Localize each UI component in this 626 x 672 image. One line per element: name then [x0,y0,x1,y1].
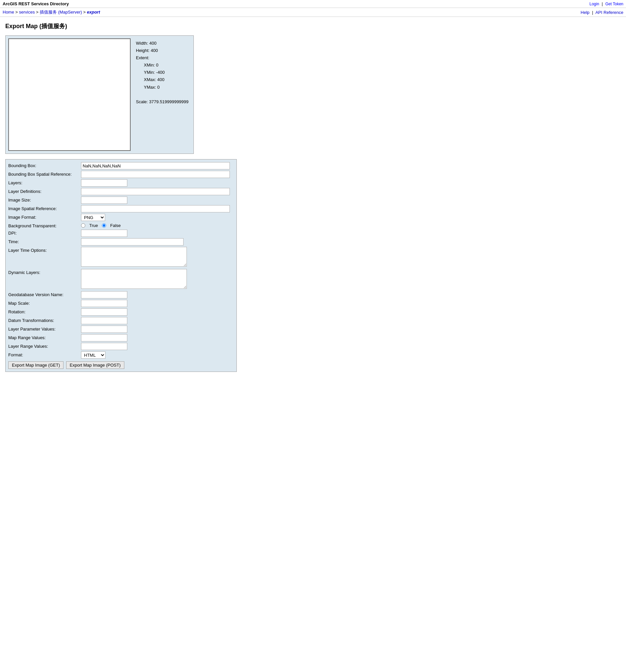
layers-input[interactable] [81,179,127,187]
map-preview-section: Width: 400 Height: 400 Extent: XMin: 0 Y… [5,35,194,154]
form-section: Bounding Box: Bounding Box Spatial Refer… [5,159,237,372]
export-post-button[interactable]: Export Map Image (POST) [66,361,124,369]
bounding-box-input[interactable] [81,162,230,169]
layers-control [81,179,234,187]
image-format-control: PNG JPG GIF BMP PDF PNG8 PNG24 PNG32 SVG [81,214,234,221]
bg-true-label[interactable]: True [89,223,98,228]
layer-param-values-control [81,326,234,333]
top-bar: ArcGIS REST Services Directory Login | G… [0,0,626,8]
rotation-control [81,308,234,316]
dynamic-layers-control [81,269,234,290]
breadcrumb-sep3: > [83,9,87,15]
dpi-input[interactable] [81,230,127,237]
image-format-select[interactable]: PNG JPG GIF BMP PDF PNG8 PNG24 PNG32 SVG [81,214,105,221]
map-range-values-control [81,334,234,341]
map-scale-row: Map Scale: [8,300,234,307]
geodatabase-version-label: Geodatabase Version Name: [8,291,81,297]
image-format-row: Image Format: PNG JPG GIF BMP PDF PNG8 P… [8,214,234,221]
top-bar-links: Login | Get Token [590,1,624,6]
dpi-label: DPI: [8,230,81,236]
bounding-box-row: Bounding Box: [8,162,234,169]
bb-spatial-ref-input[interactable] [81,171,230,178]
bb-spatial-ref-row: Bounding Box Spatial Reference: [8,171,234,178]
map-ymin: YMin: -400 [136,69,189,76]
format-label: Format: [8,352,81,357]
map-scale-label: Map Scale: [8,300,81,306]
help-links: Help | API Reference [581,10,623,15]
format-select[interactable]: HTML JSON PJSON [81,352,105,359]
layer-param-values-input[interactable] [81,326,127,333]
time-control [81,238,234,245]
layer-time-options-textarea[interactable] [81,247,187,267]
breadcrumb-sep1: > [15,9,18,15]
breadcrumb-home[interactable]: Home [3,9,14,15]
dpi-control [81,230,234,237]
time-row: Time: [8,238,234,245]
map-scale-control [81,300,234,307]
time-input[interactable] [81,238,183,245]
layers-label: Layers: [8,179,81,185]
geodatabase-version-row: Geodatabase Version Name: [8,291,234,298]
rotation-input[interactable] [81,308,127,316]
image-size-row: Image Size: [8,196,234,204]
breadcrumb-current[interactable]: export [87,9,100,15]
time-label: Time: [8,238,81,244]
breadcrumb-services[interactable]: services [19,9,35,15]
layer-param-values-label: Layer Parameter Values: [8,326,81,332]
breadcrumb: Home > services > 插值服务 (MapServer) > exp… [3,9,100,15]
dynamic-layers-textarea[interactable] [81,269,187,289]
map-scale: Scale: 3779.519999999999 [136,98,189,105]
map-range-values-label: Map Range Values: [8,334,81,340]
image-spatial-ref-row: Image Spatial Reference: [8,205,234,212]
layer-param-values-row: Layer Parameter Values: [8,326,234,333]
image-spatial-ref-label: Image Spatial Reference: [8,205,81,211]
layers-row: Layers: [8,179,234,187]
layer-time-options-control [81,247,234,268]
map-xmax: XMax: 400 [136,76,189,83]
layer-time-options-row: Layer Time Options: [8,247,234,268]
layer-range-values-input[interactable] [81,343,127,350]
bounding-box-control [81,162,234,169]
datum-transformations-label: Datum Transformations: [8,317,81,323]
layer-range-values-row: Layer Range Values: [8,343,234,350]
bg-true-radio[interactable] [81,223,85,227]
bg-false-label[interactable]: False [110,223,121,228]
layer-range-values-label: Layer Range Values: [8,343,81,349]
map-xmin: XMin: 0 [136,62,189,69]
map-info: Width: 400 Height: 400 Extent: XMin: 0 Y… [133,36,191,153]
api-reference-link[interactable]: API Reference [595,10,623,15]
bounding-box-label: Bounding Box: [8,162,81,168]
image-size-input[interactable] [81,196,127,204]
image-format-label: Image Format: [8,214,81,220]
map-height: Height: 400 [136,47,189,54]
layer-defs-row: Layer Definitions: [8,188,234,195]
map-canvas [8,39,131,151]
format-row: Format: HTML JSON PJSON [8,352,234,359]
geodatabase-version-input[interactable] [81,291,127,298]
geodatabase-version-control [81,291,234,298]
map-extent-label: Extent: [136,54,189,62]
image-spatial-ref-input[interactable] [81,205,230,212]
map-range-values-row: Map Range Values: [8,334,234,341]
datum-transformations-control [81,317,234,324]
map-range-values-input[interactable] [81,334,127,341]
help-link[interactable]: Help [581,10,590,15]
export-get-button[interactable]: Export Map Image (GET) [8,361,64,369]
layer-range-values-control [81,343,234,350]
form-buttons: Export Map Image (GET) Export Map Image … [8,361,234,369]
separator: | [602,1,603,6]
datum-transformations-input[interactable] [81,317,127,324]
login-link[interactable]: Login [590,2,599,6]
layer-defs-input[interactable] [81,188,230,195]
datum-transformations-row: Datum Transformations: [8,317,234,324]
get-token-link[interactable]: Get Token [605,2,623,6]
help-separator: | [592,10,593,15]
dynamic-layers-row: Dynamic Layers: [8,269,234,290]
bg-transparent-label: Background Transparent: [8,222,81,228]
map-scale-input[interactable] [81,300,127,307]
format-control: HTML JSON PJSON [81,352,234,359]
image-spatial-ref-control [81,205,234,212]
bg-false-radio[interactable] [102,223,106,227]
breadcrumb-mapserver[interactable]: 插值服务 (MapServer) [40,9,82,15]
bb-spatial-ref-control [81,171,234,178]
